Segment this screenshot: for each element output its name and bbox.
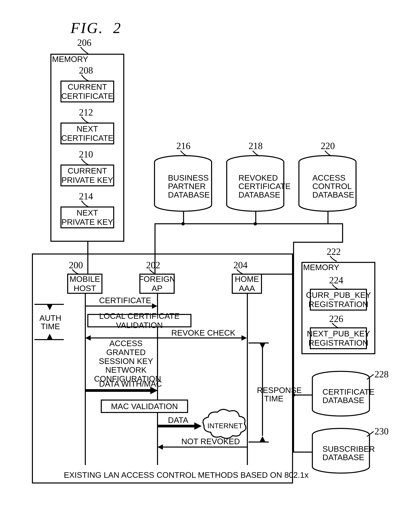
resp-top-h [248, 342, 269, 343]
resp-arrow-up [260, 436, 265, 442]
internet-cloud [0, 0, 420, 509]
notrev-label: NOT REVOKED [181, 437, 240, 446]
footer-label: EXISTING LAN ACCESS CONTROL METHODS BASE… [64, 471, 308, 479]
resp-time-label: RESPONSE TIME [257, 386, 291, 403]
internet-label: INTERNET [207, 422, 243, 430]
resp-bot-h [248, 442, 269, 443]
notrev-line [163, 447, 247, 448]
resp-arrow-down [260, 343, 265, 349]
notrev-arrow [158, 444, 163, 450]
